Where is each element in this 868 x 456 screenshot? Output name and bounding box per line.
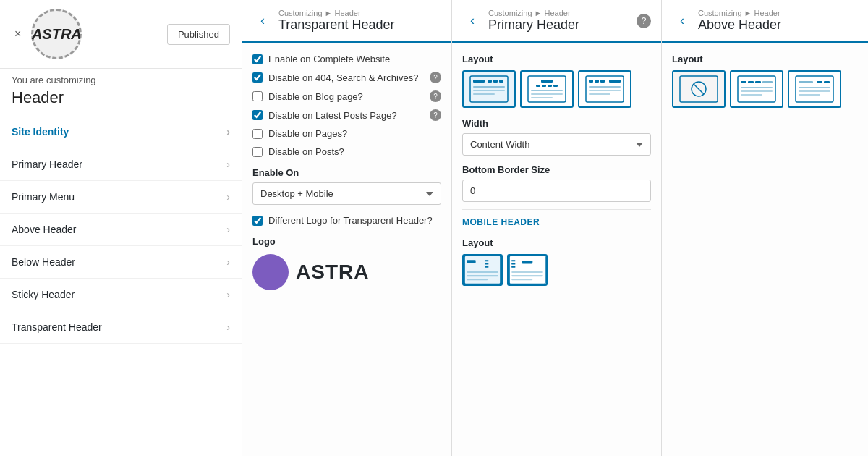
sidebar-item-transparent-header[interactable]: Transparent Header ›: [0, 311, 242, 344]
width-label: Width: [462, 118, 651, 129]
above-layout-label: Layout: [672, 54, 858, 64]
primary-breadcrumb: Customizing ► Header: [488, 9, 631, 17]
disable-posts-label: Disable on Posts?: [268, 146, 344, 157]
svg-rect-53: [799, 81, 813, 83]
mobile-layout-opt-2[interactable]: [507, 254, 548, 286]
logo-astra-text: ASTRA: [296, 261, 369, 284]
above-layout-options: [672, 70, 858, 108]
different-logo-row: Different Logo for Transparent Header?: [252, 215, 441, 226]
svg-rect-16: [531, 97, 553, 98]
border-size-input[interactable]: 0: [462, 180, 651, 202]
svg-rect-40: [511, 279, 532, 280]
logo-section-label: Logo: [252, 236, 441, 247]
svg-rect-1: [473, 80, 485, 83]
sidebar-item-below-header[interactable]: Below Header ›: [0, 246, 242, 279]
nav-item-label: Above Header: [12, 224, 77, 235]
disable-pages-row: Disable on Pages?: [252, 128, 441, 139]
disable-404-help-icon[interactable]: ?: [430, 72, 441, 83]
logo-purple-circle: [252, 254, 289, 290]
svg-rect-57: [799, 90, 830, 92]
chevron-right-icon: ›: [226, 224, 230, 235]
above-panel-header: ‹ Customizing ► Header Above Header: [662, 0, 868, 43]
sidebar-item-primary-menu[interactable]: Primary Menu ›: [0, 181, 242, 214]
mobile-header-link[interactable]: MOBILE HEADER: [462, 209, 651, 227]
logo-text: ASTRA: [32, 26, 82, 43]
disable-404-checkbox[interactable]: [252, 72, 263, 83]
enable-complete-checkbox[interactable]: [252, 54, 263, 64]
svg-rect-13: [553, 85, 558, 87]
disable-latest-help-icon[interactable]: ?: [430, 109, 441, 121]
svg-rect-19: [595, 80, 599, 83]
primary-layout-options: [462, 70, 651, 108]
svg-rect-12: [548, 85, 552, 87]
mobile-layout-section: Layout: [462, 237, 651, 286]
sidebar-item-sticky-header[interactable]: Sticky Header ›: [0, 279, 242, 311]
nav-item-label: Below Header: [12, 256, 75, 268]
svg-rect-26: [467, 260, 475, 263]
close-button[interactable]: ×: [12, 25, 24, 43]
disable-latest-row: Disable on Latest Posts Page? ?: [252, 109, 441, 121]
above-breadcrumb: Customizing ► Header: [698, 9, 858, 17]
layout-option-1[interactable]: [462, 70, 516, 108]
nav-item-label: Sticky Header: [12, 289, 75, 300]
svg-rect-23: [589, 90, 621, 91]
different-logo-checkbox[interactable]: [252, 216, 263, 226]
different-logo-label: Different Logo for Transparent Header?: [268, 215, 433, 226]
svg-rect-14: [531, 90, 563, 91]
chevron-right-icon: ›: [226, 191, 230, 203]
svg-rect-20: [600, 80, 605, 83]
disable-posts-checkbox[interactable]: [252, 147, 263, 157]
nav-item-label: Transparent Header: [12, 321, 102, 333]
svg-rect-30: [467, 271, 498, 273]
sidebar-item-site-identity[interactable]: Site Identity ›: [0, 116, 242, 148]
sidebar-header: × ASTRA Published: [0, 0, 242, 69]
svg-line-43: [694, 84, 704, 94]
disable-404-label: Disable on 404, Search & Archives?: [268, 72, 418, 83]
primary-panel-content: Layout: [452, 43, 661, 456]
chevron-right-icon: ›: [226, 159, 230, 170]
layout-option-2[interactable]: [520, 70, 574, 108]
disable-404-row: Disable on 404, Search & Archives? ?: [252, 72, 441, 83]
transparent-back-button[interactable]: ‹: [252, 11, 273, 31]
logo-circle: ASTRA: [31, 9, 82, 59]
svg-rect-48: [762, 81, 773, 83]
above-layout-opt-3[interactable]: [788, 70, 841, 108]
svg-rect-58: [799, 94, 820, 96]
enable-on-dropdown[interactable]: Desktop + Mobile Desktop Only Mobile Onl…: [252, 182, 441, 205]
svg-rect-2: [488, 80, 492, 83]
above-back-button[interactable]: ‹: [672, 11, 692, 31]
svg-rect-22: [589, 86, 621, 88]
primary-back-button[interactable]: ‹: [462, 11, 482, 31]
above-layout-opt-2[interactable]: [730, 70, 783, 108]
mobile-layout-label: Layout: [462, 237, 651, 248]
disable-pages-checkbox[interactable]: [252, 129, 263, 139]
svg-rect-9: [541, 80, 553, 83]
mobile-layout-opt-1[interactable]: [462, 254, 503, 286]
transparent-header-panel: ‹ Customizing ► Header Transparent Heade…: [242, 0, 452, 456]
transparent-breadcrumb: Customizing ► Header: [278, 9, 441, 17]
disable-blog-checkbox[interactable]: [252, 91, 263, 101]
chevron-right-icon: ›: [226, 126, 230, 138]
disable-blog-help-icon[interactable]: ?: [430, 90, 441, 102]
layout-option-3[interactable]: [578, 70, 631, 108]
panels-area: ‹ Customizing ► Header Transparent Heade…: [242, 0, 868, 456]
disable-posts-row: Disable on Posts?: [252, 146, 441, 157]
width-dropdown[interactable]: Content Width Full Width: [462, 133, 651, 156]
svg-rect-28: [485, 263, 488, 265]
disable-latest-checkbox[interactable]: [252, 110, 263, 120]
primary-help-icon[interactable]: ?: [637, 14, 651, 28]
svg-rect-38: [511, 271, 543, 273]
chevron-right-icon: ›: [226, 256, 230, 268]
logo-preview: ASTRA: [252, 254, 441, 290]
svg-rect-24: [589, 93, 610, 95]
published-button[interactable]: Published: [167, 24, 230, 45]
sidebar: × ASTRA Published You are customizing He…: [0, 0, 242, 456]
above-layout-opt-1[interactable]: [672, 70, 726, 108]
sidebar-item-above-header[interactable]: Above Header ›: [0, 214, 242, 246]
mobile-layout-options: [462, 254, 651, 286]
sidebar-item-primary-header[interactable]: Primary Header ›: [0, 148, 242, 181]
svg-rect-54: [817, 81, 822, 83]
disable-latest-label: Disable on Latest Posts Page?: [268, 110, 397, 121]
svg-rect-32: [467, 279, 488, 280]
chevron-right-icon: ›: [226, 321, 230, 333]
